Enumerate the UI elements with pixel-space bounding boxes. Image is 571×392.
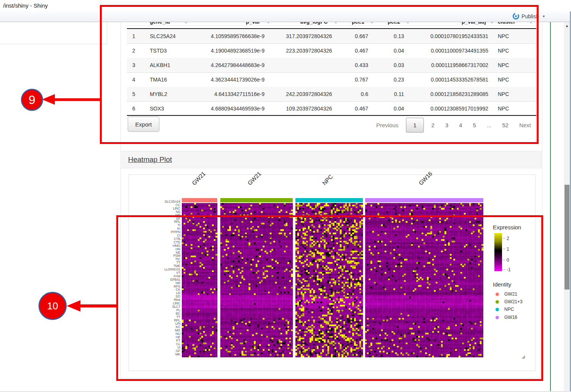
annotation-rect-9 [100, 5, 539, 144]
panel-edge-line [550, 22, 551, 392]
heatmap-group-bar-gw21b [220, 198, 293, 202]
heatmap-group-bar-npc [295, 198, 363, 202]
scrollbar-up-arrow[interactable]: ▲ [564, 22, 570, 29]
annotation-arrow-10 [80, 304, 116, 307]
window-title: /inst/shiny - Shiny [3, 2, 48, 9]
heatmap-group-bar-gw21a [182, 198, 217, 202]
scrollbar-thumb[interactable] [565, 185, 569, 290]
chevron-down-icon[interactable]: ▾ [543, 14, 545, 18]
annotation-arrowhead-10 [67, 300, 80, 312]
annotation-arrow-9 [55, 98, 100, 101]
annotation-rect-10 [116, 215, 543, 381]
heatmap-section-header: Heatmap Plot [120, 151, 542, 168]
annotation-badge-10: 10 [38, 292, 67, 320]
heatmap-group-bar-gw16 [365, 198, 483, 202]
annotation-arrowhead-9 [42, 94, 55, 105]
heatmap-section-title[interactable]: Heatmap Plot [128, 155, 172, 164]
sidebar-partial-panel [0, 22, 107, 44]
annotation-badge-9: 9 [21, 89, 43, 111]
